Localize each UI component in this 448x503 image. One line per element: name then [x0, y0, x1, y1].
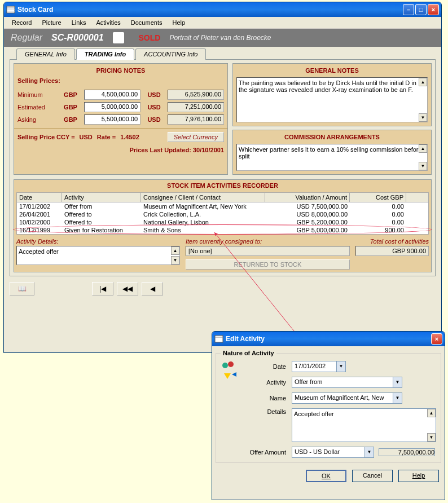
tab-general[interactable]: GENERAL Info: [16, 48, 75, 60]
cell-amount: GBP 5,200,000.00: [265, 218, 350, 226]
col-cost[interactable]: Cost GBP: [350, 193, 406, 202]
activities-header: Date Activity Consignee / Client / Conta…: [16, 192, 429, 202]
cell-date: 10/02/2000: [17, 218, 62, 226]
window-title: Stock Card: [17, 6, 403, 14]
cell-activity: Offer from: [62, 202, 141, 210]
name-input[interactable]: Museum of Magnificent Art, New: [292, 392, 393, 404]
scroll-up-icon[interactable]: ▲: [427, 409, 436, 417]
tab-accounting[interactable]: ACCOUNTING Info: [135, 48, 206, 60]
menu-picture[interactable]: Picture: [37, 18, 65, 27]
cell-consignee: Museum of Magnificent Art, New York: [141, 202, 265, 210]
amount-ccy-input[interactable]: USD - US Dollar: [292, 447, 365, 458]
rate-value: 1.4502: [120, 134, 139, 140]
scroll-down-icon[interactable]: ▼: [427, 433, 436, 442]
table-row[interactable]: 17/01/2002 Offer from Museum of Magnific…: [17, 202, 428, 210]
commission-panel: COMMISSION ARRANGEMENTS Whichever partne…: [232, 130, 432, 175]
dropdown-icon[interactable]: ▼: [365, 447, 374, 458]
date-label: Date: [242, 363, 292, 370]
select-currency-button[interactable]: Select Currency: [168, 132, 224, 142]
cell-activity: Given for Restoration: [62, 226, 141, 234]
activities-body[interactable]: 17/01/2002 Offer from Museum of Magnific…: [16, 202, 429, 235]
dropdown-icon[interactable]: ▼: [393, 377, 402, 388]
ok-button[interactable]: OK: [306, 470, 346, 482]
price-est-gbp[interactable]: 5,000,000.00: [84, 102, 140, 112]
col-activity[interactable]: Activity: [62, 193, 141, 202]
price-ask-gbp[interactable]: 5,500,000.00: [84, 114, 140, 125]
menu-documents[interactable]: Documents: [126, 18, 167, 27]
price-ask-usd: 7,976,100.00: [168, 114, 224, 125]
stock-code: SC-R000001: [51, 33, 104, 43]
price-ask-label: Asking: [17, 116, 57, 123]
amount-ccy-combo[interactable]: USD - US Dollar ▼: [292, 447, 374, 458]
cell-date: 17/01/2002: [17, 202, 62, 210]
activity-input[interactable]: Offer from: [292, 377, 393, 388]
cell-cost: 900.00: [350, 226, 406, 234]
col-date[interactable]: Date: [17, 193, 62, 202]
nature-fieldset: Nature of Activity Date 17/01/2002 ▼ Act…: [216, 350, 441, 463]
selling-prices-label: Selling Prices:: [17, 77, 224, 84]
dialog-titlebar[interactable]: Edit Activity ×: [212, 332, 445, 346]
scroll-down-icon[interactable]: ▼: [419, 162, 427, 170]
dropdown-icon[interactable]: ▼: [337, 361, 346, 372]
price-est-ccy1: GBP: [60, 104, 81, 111]
back-button[interactable]: ◀: [142, 282, 163, 295]
price-min-gbp[interactable]: 4,500,000.00: [84, 90, 140, 100]
date-combo[interactable]: 17/01/2002 ▼: [292, 361, 346, 372]
amount-input[interactable]: 7,500,000.00: [379, 448, 435, 456]
consigned-value: [No one]: [186, 246, 350, 256]
maximize-button[interactable]: □: [415, 4, 427, 15]
activity-details-value: Accepted offer: [19, 248, 59, 255]
scroll-up-icon[interactable]: ▲: [171, 246, 179, 255]
close-button[interactable]: ×: [428, 4, 439, 15]
activities-panel: STOCK ITEM ACTIVITIES RECORDER Date Acti…: [14, 179, 432, 272]
cancel-button[interactable]: Cancel: [352, 470, 393, 482]
menu-links[interactable]: Links: [67, 18, 91, 27]
date-input[interactable]: 17/01/2002: [292, 361, 337, 372]
details-textarea[interactable]: Accepted offer ▲ ▼: [292, 408, 436, 442]
price-min-usd: 6,525,900.00: [168, 90, 224, 100]
table-row[interactable]: 10/02/2000 Offered to National Gallery, …: [17, 218, 428, 226]
table-row[interactable]: 26/04/2001 Offered to Crick Collection, …: [17, 210, 428, 218]
commission-content: Whichever partner sells it to earn a 10%…: [239, 146, 422, 160]
activity-type-icon: [221, 361, 239, 458]
updated-date: 30/10/2001: [193, 147, 224, 153]
activities-title: STOCK ITEM ACTIVITIES RECORDER: [16, 182, 429, 189]
price-est-usd: 7,251,000.00: [168, 102, 224, 112]
scroll-up-icon[interactable]: ▲: [419, 78, 427, 86]
tab-content: PRICING NOTES Selling Prices: Minimum GB…: [10, 59, 436, 276]
dropdown-icon[interactable]: ▼: [393, 392, 402, 404]
menu-record[interactable]: Record: [7, 18, 36, 27]
item-description: Portrait of Pieter van den Broecke: [169, 34, 271, 42]
general-notes-panel: GENERAL NOTES The painting was believed …: [232, 63, 432, 126]
scroll-down-icon[interactable]: ▼: [171, 256, 179, 264]
price-est-ccy2: USD: [144, 104, 164, 111]
rate-label: Rate =: [97, 134, 116, 140]
menu-help[interactable]: Help: [168, 18, 190, 27]
minimize-button[interactable]: –: [403, 4, 414, 15]
tab-trading[interactable]: TRADING Info: [76, 48, 134, 60]
commission-text[interactable]: Whichever partner sells it to earn a 10%…: [236, 144, 428, 171]
general-notes-text[interactable]: The painting was believed to be by Dirck…: [236, 77, 428, 122]
header-bar: Regular SC-R000001 SOLD Portrait of Piet…: [4, 29, 441, 47]
activity-details-box[interactable]: Accepted offer ▲ ▼: [16, 246, 180, 265]
help-button[interactable]: Help: [398, 470, 439, 482]
cell-activity: Offered to: [62, 218, 141, 226]
ccy-value: USD: [80, 134, 93, 140]
menu-activities[interactable]: Activities: [91, 18, 125, 27]
table-row[interactable]: 16/12/1999 Given for Restoration Smith &…: [17, 226, 428, 234]
scroll-down-icon[interactable]: ▼: [419, 113, 427, 122]
dialog-close-button[interactable]: ×: [431, 333, 442, 345]
titlebar[interactable]: Stock Card – □ ×: [4, 2, 441, 17]
name-combo[interactable]: Museum of Magnificent Art, New ▼: [292, 392, 402, 404]
scroll-up-icon[interactable]: ▲: [419, 144, 427, 153]
prev-record-button[interactable]: ◀◀: [117, 282, 138, 295]
price-min-ccy2: USD: [144, 91, 164, 98]
first-record-button[interactable]: |◀: [92, 282, 113, 295]
cell-cost: 0.00: [350, 202, 406, 210]
col-consignee[interactable]: Consignee / Client / Contact: [141, 193, 265, 202]
activity-combo[interactable]: Offer from ▼: [292, 377, 402, 388]
price-min-ccy1: GBP: [60, 91, 81, 98]
book-icon[interactable]: 📖: [10, 282, 34, 295]
dialog-buttons: OK Cancel Help: [212, 466, 445, 486]
col-amount[interactable]: Valuation / Amount: [265, 193, 350, 202]
